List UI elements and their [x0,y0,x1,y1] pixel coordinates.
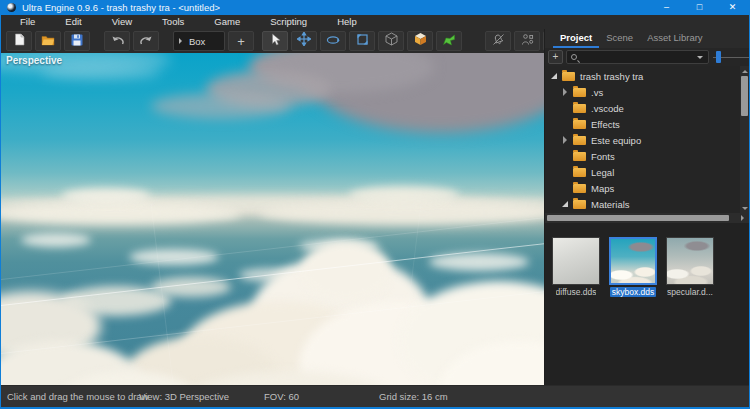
move-icon [297,32,311,50]
title-bar: Ultra Engine 0.9.6 - trash trashy tra - … [1,0,749,15]
file-item-skybox-dds[interactable]: skybox.dds [608,237,658,385]
tree-item-label: trash trashy tra [580,71,643,82]
tree-item-legal[interactable]: Legal [545,164,749,180]
primitive-dropdown-value: Box [189,36,205,47]
add-button[interactable]: + [548,50,563,64]
tree-item-este-equipo[interactable]: Este equipo [545,132,749,148]
bell-icon [492,32,505,50]
expand-arrow-placeholder [561,183,572,193]
redo-icon [140,32,153,50]
menu-item-file[interactable]: File [5,15,50,29]
folder-icon [573,88,586,97]
search-row: + [545,48,749,66]
redo-button[interactable] [133,31,159,51]
status-grid-size: Grid size: 16 cm [379,391,448,402]
move-tool-button[interactable] [291,31,317,51]
drop-to-ground-button[interactable] [436,31,462,51]
expand-arrow-icon[interactable] [561,87,572,97]
menu-item-view[interactable]: View [97,15,147,29]
select-tool-button[interactable] [262,31,288,51]
tab-project[interactable]: Project [553,29,599,48]
primitive-dropdown[interactable]: Box [173,31,225,51]
tree-item-materials[interactable]: Materials [545,196,749,212]
menu-item-help[interactable]: Help [322,15,372,29]
save-button[interactable] [64,31,90,51]
cloud-decoration [151,93,291,119]
cloud-decoration [61,188,151,204]
scroll-up-arrow-icon[interactable] [740,66,749,75]
expand-arrow-icon[interactable] [550,71,561,81]
tree-item-vs[interactable]: .vs [545,84,749,100]
file-name-label: specular.d... [667,287,713,297]
tree-horizontal-scrollbar[interactable] [545,213,749,223]
open-project-button[interactable] [35,31,61,51]
search-filter-dropdown[interactable] [694,51,706,63]
folder-icon [573,168,586,177]
scale-tool-button[interactable] [349,31,375,51]
add-primitive-button[interactable]: + [228,31,254,51]
tree-item-effects[interactable]: Effects [545,116,749,132]
plus-icon: + [237,35,245,48]
viewport-mode-label: Perspective [6,55,62,66]
new-file-icon [14,32,25,50]
menu-item-game[interactable]: Game [199,15,255,29]
save-floppy-icon [71,32,83,50]
file-name-label: diffuse.dds [556,287,597,297]
file-thumbnail [609,237,657,285]
cloud-decoration [21,233,91,247]
tree-item-label: Materials [591,199,630,210]
textured-cube-button[interactable] [407,31,433,51]
expand-arrow-placeholder [561,119,572,129]
tree-item-label: .vscode [591,103,624,114]
menu-item-scripting[interactable]: Scripting [255,15,322,29]
menu-item-edit[interactable]: Edit [50,15,96,29]
new-file-button[interactable] [6,31,32,51]
tab-scene[interactable]: Scene [599,29,640,48]
notifications-toggle-button[interactable] [485,31,511,51]
pointer-icon [270,32,281,50]
menu-item-tools[interactable]: Tools [147,15,199,29]
tree-item-label: Fonts [591,151,615,162]
status-fov: FOV: 60 [264,391,299,402]
viewport-3d[interactable]: Perspective [1,53,544,385]
close-button[interactable]: ✕ [716,0,749,15]
tree-item-trash-trashy-tra[interactable]: trash trashy tra [545,68,749,84]
maximize-button[interactable]: □ [683,0,716,15]
toolbar: Box + [1,29,544,53]
slider-thumb[interactable] [716,51,721,63]
cloud-decoration [429,253,529,271]
expand-arrow-placeholder [561,151,572,161]
tree-item-maps[interactable]: Maps [545,180,749,196]
scroll-down-arrow-icon[interactable] [740,204,749,213]
tree-item-fonts[interactable]: Fonts [545,148,749,164]
panel-tabs: ProjectSceneAsset Library [545,29,749,48]
character-icon [521,32,534,50]
chevron-down-icon [697,56,703,62]
search-box[interactable] [566,50,709,64]
wireframe-cube-button[interactable] [378,31,404,51]
rotate-icon [326,32,340,50]
undo-button[interactable] [104,31,130,51]
file-tree-rows: trash trashy tra.vs.vscodeEffectsEste eq… [545,68,749,212]
tab-asset-library[interactable]: Asset Library [640,29,709,48]
file-item-specular-d[interactable]: specular.d... [665,237,715,385]
search-input[interactable] [577,51,694,63]
expand-arrow-icon[interactable] [561,199,572,209]
caret-right-icon [179,38,185,44]
vertical-scroll-thumb[interactable] [741,76,748,116]
character-toggle-button[interactable] [514,31,540,51]
expand-arrow-icon[interactable] [561,135,572,145]
thumbnail-size-slider[interactable] [713,50,750,64]
file-tree: trash trashy tra.vs.vscodeEffectsEste eq… [545,66,749,213]
tree-item-vscode[interactable]: .vscode [545,100,749,116]
search-icon [571,54,577,60]
file-item-diffuse-dds[interactable]: diffuse.dds [551,237,601,385]
tree-vertical-scrollbar[interactable] [740,66,749,213]
horizontal-scroll-thumb[interactable] [547,215,729,221]
textured-cube-icon [414,32,427,50]
status-view-mode: View: 3D Perspective [139,391,229,402]
minimize-button[interactable]: – [650,0,683,15]
scroll-right-arrow-icon[interactable] [739,215,747,221]
rotate-tool-button[interactable] [320,31,346,51]
menu-bar: FileEditViewToolsGameScriptingHelp [1,15,749,29]
